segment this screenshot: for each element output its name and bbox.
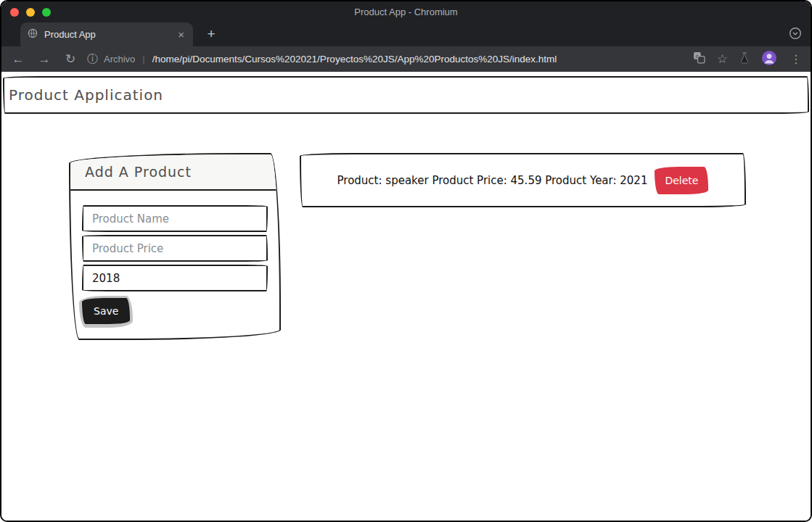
minimize-window-button[interactable]: [26, 8, 35, 17]
delete-button[interactable]: Delete: [655, 167, 708, 194]
bookmark-star-icon[interactable]: ☆: [717, 51, 728, 67]
globe-favicon-icon: [28, 28, 38, 41]
toolbar-actions: a ☆ ⋮: [693, 50, 803, 69]
close-window-button[interactable]: [10, 8, 19, 17]
add-product-card-title: Add A Product: [70, 154, 279, 191]
url-text[interactable]: /home/pi/Documents/Cursos%202021/Proyect…: [152, 54, 557, 65]
window-controls: [1, 8, 51, 17]
scheme-label: Archivo: [104, 54, 135, 65]
content-row: Add A Product Save Product: speaker Prod…: [1, 153, 811, 340]
address-separator: |: [142, 54, 144, 65]
product-list-item: Product: speaker Product Price: 45.59 Pr…: [300, 153, 746, 207]
tab-title: Product App: [44, 29, 170, 40]
toolbar: ← → ↻ ⓘ Archivo | /home/pi/Documents/Cur…: [1, 46, 811, 72]
flask-extension-icon[interactable]: [739, 52, 750, 67]
reload-icon[interactable]: ↻: [60, 49, 81, 70]
page-title: Product Application: [3, 76, 809, 114]
save-button[interactable]: Save: [82, 298, 130, 324]
add-product-card: Add A Product Save: [69, 153, 281, 340]
tab-strip: Product App × +: [1, 22, 811, 46]
maximize-window-button[interactable]: [42, 8, 51, 17]
new-tab-button[interactable]: +: [202, 25, 221, 44]
forward-icon[interactable]: →: [33, 49, 55, 70]
profile-avatar[interactable]: [761, 50, 777, 69]
web-page: Product Application Add A Product Save P…: [1, 72, 811, 521]
browser-menu-icon[interactable]: ⋮: [789, 52, 803, 66]
window-title: Product App - Chromium: [1, 7, 811, 17]
tab-close-icon[interactable]: ×: [176, 29, 186, 40]
titlebar: Product App - Chromium: [1, 1, 811, 22]
tab-search-icon[interactable]: [789, 27, 802, 43]
product-name-input[interactable]: [82, 205, 268, 232]
page-info-icon[interactable]: ⓘ: [87, 52, 98, 66]
product-summary-text: Product: speaker Product Price: 45.59 Pr…: [337, 174, 648, 187]
add-product-form: Save: [70, 191, 279, 339]
tab-product-app[interactable]: Product App ×: [20, 22, 193, 46]
product-year-input[interactable]: [82, 265, 268, 291]
address-bar[interactable]: ⓘ Archivo | /home/pi/Documents/Cursos%20…: [87, 52, 684, 66]
browser-window: Product App - Chromium Product App × + ←…: [0, 0, 812, 522]
translate-icon[interactable]: a: [693, 51, 705, 67]
back-icon[interactable]: ←: [7, 49, 29, 70]
product-price-input[interactable]: [82, 235, 268, 262]
